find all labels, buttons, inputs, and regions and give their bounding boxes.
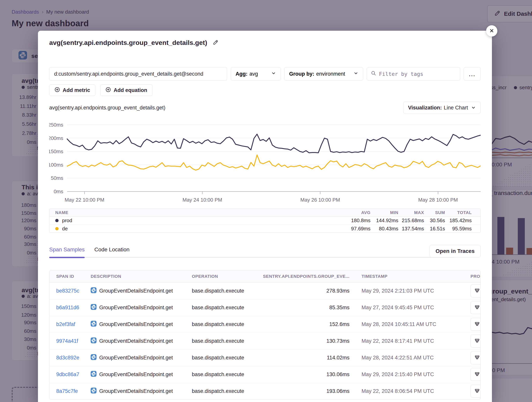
svg-text:50ms: 50ms [51, 175, 63, 181]
span-id-link[interactable]: be83275c [56, 288, 79, 294]
span-timestamp: May 22, 2024 8:17:41 PM UTC [349, 338, 470, 344]
aggregation-select[interactable]: Agg: avg [231, 67, 281, 81]
span-timestamp: May 28, 2024 10:45:11 AM UTC [349, 321, 470, 327]
tag-filter-input[interactable] [379, 71, 456, 77]
span-id-link[interactable]: 8a75c7fe [56, 388, 78, 394]
profile-button[interactable] [470, 385, 481, 398]
svg-text:May 28 10:00 PM: May 28 10:00 PM [418, 197, 458, 203]
profile-flamegraph-icon [474, 304, 480, 311]
profile-button[interactable] [470, 368, 481, 381]
span-operation: base.dispatch.execute [192, 321, 261, 327]
python-icon [91, 287, 96, 295]
pencil-icon [213, 39, 219, 46]
span-duration: 114.02ms [261, 355, 349, 361]
span-operation: base.dispatch.execute [192, 338, 261, 344]
plus-circle-icon [55, 87, 60, 94]
visualization-label: Visualization: [408, 105, 442, 111]
span-timestamp: May 22, 2024 8:06:54 PM UTC [349, 388, 470, 394]
span-duration: 130.73ms [261, 338, 349, 344]
profile-flamegraph-icon [474, 388, 480, 394]
span-duration: 130.06ms [261, 371, 349, 377]
modal-title: avg(sentry.api.endpoints.group_event_det… [49, 39, 207, 46]
query-overflow-button[interactable]: … [464, 67, 481, 81]
add-equation-button[interactable]: Add equation [100, 84, 152, 96]
group-by-label: Group by: [289, 71, 314, 77]
sample-row: be83275c GroupEventDetailsEndpoint.get b… [50, 282, 481, 299]
summary-row-de[interactable]: de 97.69ms 80.43ms 137.54ms 16.51s 95.59… [50, 224, 481, 233]
open-in-traces-button[interactable]: Open in Traces [430, 245, 481, 257]
summary-header-row: NAME AVG MIN MAX SUM TOTAL [50, 209, 481, 216]
svg-text:250ms: 250ms [49, 122, 63, 128]
group-by-value: environment [316, 71, 345, 77]
span-id-link[interactable]: b2ef3faf [56, 321, 75, 327]
profile-button[interactable] [470, 351, 481, 364]
profile-button[interactable] [470, 301, 481, 314]
agg-value: avg [249, 71, 258, 77]
span-duration: 278.93ms [261, 288, 349, 294]
profile-button[interactable] [470, 334, 481, 347]
span-id-link[interactable]: 9974a41f [56, 338, 78, 344]
profile-flamegraph-icon [474, 371, 480, 378]
span-description: GroupEventDetailsEndpoint.get [99, 371, 173, 377]
metric-line-chart[interactable]: 0ms50ms100ms150ms200ms250msMay 22 10:00 … [49, 122, 481, 206]
profile-flamegraph-icon [474, 338, 480, 344]
plus-circle-icon [106, 87, 111, 94]
close-icon [489, 28, 495, 34]
span-description: GroupEventDetailsEndpoint.get [99, 288, 173, 294]
span-id-link[interactable]: b6a911d6 [56, 305, 79, 310]
sample-row: b2ef3faf GroupEventDetailsEndpoint.get b… [50, 316, 481, 333]
series-summary-table: NAME AVG MIN MAX SUM TOTAL prod 180.8ms … [49, 209, 481, 233]
series-color-dot [55, 219, 59, 222]
sample-row: 8d3c892e GroupEventDetailsEndpoint.get b… [50, 349, 481, 366]
svg-text:100ms: 100ms [49, 162, 63, 168]
agg-label: Agg: [236, 71, 247, 77]
samples-tabs: Span Samples Code Location Open in Trace… [49, 247, 481, 258]
group-by-select[interactable]: Group by: environment [284, 67, 363, 81]
chevron-down-icon [271, 71, 276, 77]
samples-header-row: SPAN ID DESCRIPTION OPERATION SENTRY.API… [50, 270, 481, 282]
python-icon [91, 371, 96, 378]
close-button[interactable] [486, 25, 497, 37]
svg-text:May 24 10:00 PM: May 24 10:00 PM [183, 197, 222, 203]
sample-row: 9974a41f GroupEventDetailsEndpoint.get b… [50, 333, 481, 349]
python-icon [91, 321, 96, 328]
summary-row-prod[interactable]: prod 180.8ms 144.92ms 215.68ms 30.56s 18… [50, 216, 481, 224]
span-timestamp: May 29, 2024 2:21:03 PM UTC [349, 288, 470, 294]
query-builder: Agg: avg Group by: environment … [49, 67, 481, 81]
profile-button[interactable] [470, 318, 481, 331]
svg-text:May 22 10:00 PM: May 22 10:00 PM [65, 197, 104, 203]
span-description: GroupEventDetailsEndpoint.get [99, 388, 173, 394]
metric-details-modal: avg(sentry.api.endpoints.group_event_det… [38, 31, 492, 402]
span-duration: 193.06ms [261, 388, 349, 394]
span-description: GroupEventDetailsEndpoint.get [99, 338, 173, 344]
metric-query-input[interactable] [49, 67, 227, 81]
span-operation: base.dispatch.execute [192, 388, 261, 394]
span-description: GroupEventDetailsEndpoint.get [99, 355, 173, 361]
span-operation: base.dispatch.execute [192, 305, 261, 311]
tab-code-location[interactable]: Code Location [94, 247, 130, 253]
span-description: GroupEventDetailsEndpoint.get [99, 305, 173, 311]
span-id-link[interactable]: 9dbc86a7 [56, 371, 79, 377]
tab-span-samples[interactable]: Span Samples [49, 247, 85, 253]
chart-title: avg(sentry.api.endpoints.group_event_det… [49, 105, 165, 111]
series-color-dot [55, 227, 59, 230]
span-operation: base.dispatch.execute [192, 371, 261, 377]
profile-button[interactable] [470, 284, 481, 297]
python-icon [91, 304, 96, 311]
search-icon [371, 71, 376, 77]
visualization-select[interactable]: Visualization: Line Chart [403, 102, 481, 114]
python-icon [91, 354, 96, 361]
chevron-down-icon [471, 105, 476, 110]
svg-text:150ms: 150ms [49, 148, 63, 154]
span-operation: base.dispatch.execute [192, 355, 261, 361]
chevron-down-icon [354, 71, 358, 77]
rename-metric-button[interactable] [213, 39, 219, 46]
add-metric-button[interactable]: Add metric [49, 84, 95, 96]
profile-flamegraph-icon [474, 321, 480, 328]
span-operation: base.dispatch.execute [192, 288, 261, 294]
span-timestamp: May 28, 2024 4:22:51 AM UTC [349, 355, 470, 361]
svg-text:May 26 10:00 PM: May 26 10:00 PM [300, 197, 340, 203]
span-id-link[interactable]: 8d3c892e [56, 355, 79, 361]
profile-flamegraph-icon [474, 288, 480, 294]
python-icon [91, 337, 96, 345]
